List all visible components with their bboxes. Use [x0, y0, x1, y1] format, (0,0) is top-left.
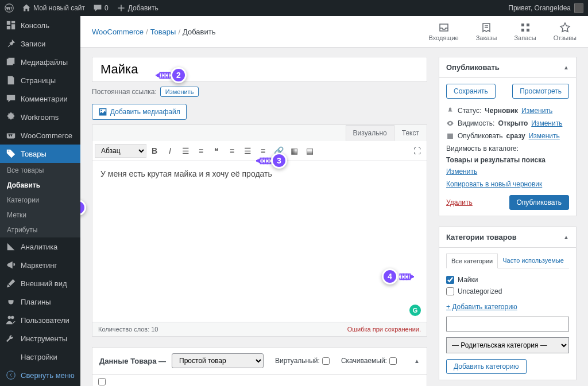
header-action-orders[interactable]: Заказы: [476, 22, 497, 41]
product-data-extra-checkbox[interactable]: [98, 378, 106, 385]
grammarly-icon[interactable]: G: [409, 305, 421, 316]
cat-tab-all[interactable]: Все категории: [446, 254, 498, 268]
wp-logo[interactable]: [5, 3, 14, 13]
submenu-item[interactable]: Все товары: [0, 163, 80, 178]
edit-status-link[interactable]: Изменить: [521, 107, 552, 115]
more-button[interactable]: ▦: [287, 143, 301, 158]
menu-sliders[interactable]: Настройки: [0, 348, 80, 366]
category-item[interactable]: Майки: [446, 274, 569, 286]
edit-visibility-link[interactable]: Изменить: [531, 119, 562, 127]
menu-pages[interactable]: Страницы: [0, 71, 80, 89]
avatar[interactable]: [574, 3, 583, 13]
bullet-list-button[interactable]: ☰: [178, 143, 193, 158]
preview-button[interactable]: Просмотреть: [512, 84, 569, 99]
cat-tab-freq[interactable]: Часто используемые: [498, 254, 568, 268]
number-list-button[interactable]: ≡: [194, 143, 208, 158]
downloadable-checkbox[interactable]: Скачиваемый:: [341, 357, 397, 365]
eye-icon: [446, 119, 454, 127]
publish-button[interactable]: Опубликовать: [509, 195, 569, 210]
breadcrumb-products[interactable]: Товары: [150, 28, 176, 36]
tab-visual[interactable]: Визуально: [346, 125, 394, 141]
quote-button[interactable]: ❝: [209, 143, 224, 158]
svg-point-1: [7, 371, 15, 379]
svg-rect-3: [527, 24, 529, 26]
tab-text[interactable]: Текст: [394, 125, 427, 141]
submenu-item[interactable]: Добавить: [0, 178, 80, 193]
calendar-icon: [446, 132, 454, 140]
collapse-menu[interactable]: Свернуть меню: [0, 366, 80, 384]
svg-rect-2: [521, 24, 524, 26]
menu-brush[interactable]: Внешний вид: [0, 274, 80, 293]
align-left-button[interactable]: ≡: [225, 143, 239, 158]
page-header: WooCommerce/Товары/Добавить ВходящиеЗака…: [80, 16, 588, 48]
product-type-select[interactable]: Простой товар: [172, 353, 264, 368]
new-category-input[interactable]: [446, 317, 569, 332]
header-action-inbox[interactable]: Входящие: [429, 22, 459, 41]
toolbar-toggle-button[interactable]: ▤: [302, 143, 317, 158]
product-title-input[interactable]: [92, 57, 427, 82]
format-select[interactable]: Абзац: [95, 144, 146, 158]
toggle-panel-icon[interactable]: ▲: [414, 358, 420, 364]
menu-dashboard[interactable]: Консоль: [0, 16, 80, 34]
admin-bar: Мой новый сайт 0 Добавить Привет, Orange…: [0, 0, 588, 16]
toggle-publish-panel[interactable]: ▲: [563, 64, 569, 71]
menu-puzzle[interactable]: Workrooms: [0, 108, 80, 126]
svg-rect-4: [521, 29, 524, 32]
pin-icon: [446, 107, 454, 115]
bold-button[interactable]: B: [147, 143, 162, 158]
toggle-categories-panel[interactable]: ▲: [563, 234, 569, 240]
breadcrumb-woo[interactable]: WooCommerce: [92, 28, 144, 36]
add-new[interactable]: Добавить: [117, 3, 158, 13]
categories-panel-title: Категории товаров: [446, 233, 517, 241]
breadcrumb: WooCommerce/Товары/Добавить: [92, 28, 429, 36]
menu-megaphone[interactable]: Маркетинг: [0, 256, 80, 274]
virtual-checkbox[interactable]: Виртуальный:: [275, 357, 330, 365]
save-draft-button[interactable]: Сохранить: [446, 84, 496, 99]
breadcrumb-current: Добавить: [183, 28, 215, 36]
align-right-button[interactable]: ≡: [256, 143, 270, 158]
save-error: Ошибка при сохранении.: [347, 326, 421, 333]
header-action-star[interactable]: Отзывы: [554, 22, 577, 41]
fullscreen-button[interactable]: ⛶: [409, 143, 424, 158]
word-count: Количество слов: 10: [98, 326, 158, 333]
publish-panel-title: Опубликовать: [446, 63, 500, 72]
permalink-label: Постоянная ссылка:: [92, 88, 157, 96]
menu-comments[interactable]: Комментарии: [0, 89, 80, 108]
menu-pin[interactable]: Записи: [0, 34, 80, 53]
submenu-item[interactable]: Метки: [0, 208, 80, 223]
italic-button[interactable]: I: [163, 143, 177, 158]
menu-tag[interactable]: Товары: [0, 145, 80, 163]
menu-chart[interactable]: Аналитика: [0, 237, 80, 256]
site-name[interactable]: Мой новый сайт: [22, 3, 85, 13]
add-media-button[interactable]: Добавить медиафайл: [92, 104, 187, 120]
parent-category-select[interactable]: — Родительская категория —: [446, 337, 569, 353]
edit-schedule-link[interactable]: Изменить: [529, 132, 560, 140]
edit-catalog-link[interactable]: Изменить: [446, 167, 477, 176]
menu-wrench[interactable]: Инструменты: [0, 329, 80, 348]
editor-content[interactable]: У меня есть крутая майка и я хочу её про…: [92, 161, 427, 322]
category-item[interactable]: Uncategorized: [446, 286, 569, 297]
admin-sidebar: КонсольЗаписиМедиафайлыСтраницыКомментар…: [0, 16, 80, 386]
product-data-title: Данные Товара —: [99, 357, 166, 365]
copy-draft-link[interactable]: Копировать в новый черновик: [446, 180, 542, 188]
link-button[interactable]: 🔗: [271, 143, 286, 158]
editor-toolbar: Абзац B I ☰ ≡ ❝ ≡ ☰ ≡ 🔗 ▦ ▤ ⛶: [92, 141, 427, 161]
menu-media[interactable]: Медиафайлы: [0, 53, 80, 71]
submenu-item[interactable]: Атрибуты: [0, 223, 80, 237]
header-action-stock[interactable]: Запасы: [514, 22, 536, 41]
content-area: WooCommerce/Товары/Добавить ВходящиеЗака…: [80, 16, 588, 386]
add-category-link[interactable]: + Добавить категорию: [446, 303, 517, 311]
submenu-item[interactable]: Категории: [0, 193, 80, 208]
delete-link[interactable]: Удалить: [446, 198, 473, 206]
permalink-edit-button[interactable]: Изменить: [160, 87, 199, 97]
svg-rect-5: [527, 29, 529, 32]
greeting[interactable]: Привет, OrangeIdea: [508, 4, 571, 12]
align-center-button[interactable]: ☰: [240, 143, 255, 158]
menu-plug[interactable]: Плагины: [0, 293, 80, 311]
svg-point-6: [100, 110, 102, 111]
add-category-button[interactable]: Добавить категорию: [446, 359, 527, 374]
menu-woo[interactable]: WooCommerce: [0, 126, 80, 145]
menu-users[interactable]: Пользователи: [0, 311, 80, 329]
comments-count[interactable]: 0: [93, 3, 109, 13]
